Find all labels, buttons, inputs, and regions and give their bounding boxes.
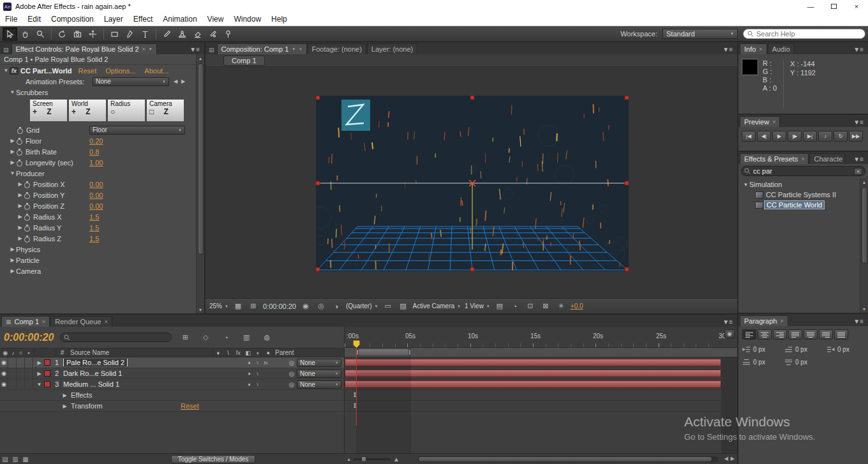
composition-viewport[interactable] xyxy=(206,67,737,298)
scrollbar-thumb[interactable] xyxy=(418,456,712,462)
transform-reset-link[interactable]: Reset xyxy=(181,402,199,410)
menu-edit[interactable]: Edit xyxy=(22,13,46,26)
eye-icon[interactable]: ◉ xyxy=(1,370,6,377)
parent-pickwhip-icon[interactable]: ◎ xyxy=(287,381,297,388)
twirl-right-icon[interactable]: ▶ xyxy=(9,268,16,274)
property-value[interactable]: 1.00 xyxy=(89,159,103,167)
tab-composition[interactable]: Composition: Comp 1 ▼ × xyxy=(217,43,307,54)
previous-frame-button[interactable]: ◀| xyxy=(757,131,771,142)
menu-window[interactable]: Window xyxy=(228,13,266,26)
puppet-pin-tool-icon[interactable] xyxy=(221,27,236,41)
eraser-tool-icon[interactable] xyxy=(190,27,205,41)
first-line-indent-field[interactable]: 0 px xyxy=(784,346,827,353)
current-time-display[interactable]: 0:00:00:20 xyxy=(4,332,54,343)
draft-3d-icon[interactable]: ◇ xyxy=(198,333,213,341)
menu-layer[interactable]: Layer xyxy=(99,13,128,26)
fx-enable-icon[interactable]: fx xyxy=(10,67,19,75)
hide-shy-layers-icon[interactable]: ◔ xyxy=(219,334,233,341)
help-search-box[interactable] xyxy=(743,29,865,39)
justify-all-button[interactable] xyxy=(834,329,848,340)
animation-presets-dropdown[interactable]: None▼ xyxy=(93,77,169,86)
tab-effect-controls[interactable]: Effect Controls: Pale Royal Blue Solid 2… xyxy=(11,43,157,54)
panel-grip-icon[interactable]: ▤ xyxy=(1,47,11,54)
property-value[interactable]: 0.00 xyxy=(89,181,103,188)
workspace-dropdown[interactable]: Standard▼ xyxy=(662,29,738,39)
expand-inout-icon[interactable]: ▦ xyxy=(20,456,31,463)
timeline-search-box[interactable] xyxy=(60,333,172,342)
justify-last-right-button[interactable] xyxy=(819,329,833,340)
switches-column-header[interactable]: ♦ \ fx ◧ ◐ ● xyxy=(213,348,274,357)
lock-toggle[interactable] xyxy=(25,357,33,368)
radius-scrubber-button[interactable]: Radius ○ xyxy=(107,99,146,122)
preset-next-icon[interactable]: ▶ xyxy=(181,79,185,84)
align-left-button[interactable] xyxy=(742,329,756,340)
pixel-aspect-icon[interactable]: ▤ xyxy=(494,302,505,310)
exposure-reset-icon[interactable]: ✳ xyxy=(555,302,567,310)
twirl-right-icon[interactable]: ▶ xyxy=(36,360,43,366)
stopwatch-icon[interactable] xyxy=(17,126,24,134)
audio-toggle[interactable] xyxy=(8,379,17,389)
comp-canvas[interactable] xyxy=(316,96,629,271)
close-icon[interactable]: × xyxy=(299,46,302,52)
panel-grip-icon[interactable]: ▤ xyxy=(207,47,216,54)
zoom-in-mountain-icon[interactable]: ▲ xyxy=(393,456,400,463)
clear-search-icon[interactable]: × xyxy=(854,168,862,175)
layer-color-chip[interactable] xyxy=(44,381,50,387)
panel-menu-icon[interactable]: ▼≡ xyxy=(719,46,736,54)
quality-switch[interactable]: ♦ xyxy=(245,360,253,366)
close-icon[interactable]: × xyxy=(104,318,107,325)
effects-switch[interactable]: \ xyxy=(253,382,262,387)
timeline-horizontal-scrollbar[interactable] xyxy=(418,456,718,462)
twirl-right-icon[interactable]: ▶ xyxy=(17,214,24,220)
twirl-down-icon[interactable]: ▼ xyxy=(36,382,43,387)
screen-scrubber-button[interactable]: Screen + Z xyxy=(29,99,68,122)
stopwatch-icon[interactable] xyxy=(16,159,24,167)
layer-color-chip[interactable] xyxy=(44,359,50,366)
minimize-button[interactable]: — xyxy=(799,0,822,13)
preset-prev-icon[interactable]: ◀ xyxy=(174,79,177,84)
current-time-indicator-line[interactable] xyxy=(356,340,357,426)
panel-menu-icon[interactable]: ▼≡ xyxy=(850,119,867,127)
effect-item-particle-world[interactable]: CC Particle World xyxy=(738,200,860,210)
show-snapshot-icon[interactable]: ◎ xyxy=(315,302,327,310)
physics-group-row[interactable]: ▶ Physics xyxy=(0,244,196,255)
world-scrubber-button[interactable]: World + Z xyxy=(68,99,107,122)
twirl-right-icon[interactable]: ▶ xyxy=(9,257,16,263)
tab-layer[interactable]: Layer: (none) xyxy=(367,43,417,54)
justify-last-center-button[interactable] xyxy=(804,329,818,340)
stopwatch-icon[interactable] xyxy=(24,191,31,199)
menu-help[interactable]: Help xyxy=(266,13,292,26)
view-layout-dropdown[interactable]: 1 View▼ xyxy=(465,303,490,310)
close-icon[interactable]: × xyxy=(780,318,783,324)
longevity-property-row[interactable]: ▶ Longevity (sec) 1.00 xyxy=(0,157,196,168)
stopwatch-icon[interactable] xyxy=(24,224,31,232)
roto-brush-tool-icon[interactable] xyxy=(206,27,220,41)
first-frame-button[interactable]: |◀ xyxy=(742,131,756,142)
effect-about-link[interactable]: About... xyxy=(144,67,168,75)
grid-guides-icon[interactable]: ▦ xyxy=(232,302,244,310)
floor-property-row[interactable]: ▶ Floor 0.20 xyxy=(0,135,196,146)
tab-audio[interactable]: Audio xyxy=(768,43,795,54)
quality-switch[interactable]: ♦ xyxy=(245,382,253,387)
pan-behind-tool-icon[interactable] xyxy=(86,27,100,41)
rotation-tool-icon[interactable] xyxy=(55,27,70,41)
stopwatch-icon[interactable] xyxy=(16,148,24,156)
scroll-up-icon[interactable]: ▲ xyxy=(198,54,203,62)
tab-timeline-comp1[interactable]: ▦ Comp 1 × xyxy=(1,316,50,327)
menu-file[interactable]: File xyxy=(0,13,22,26)
birth-rate-property-row[interactable]: ▶ Birth Rate 0.8 xyxy=(0,146,196,157)
camera-tool-icon[interactable] xyxy=(70,27,85,41)
layer-row-1[interactable]: ◉ ▶ 1 Pale Ro...e Solid 2 ♦ \ fx xyxy=(0,357,344,368)
brush-tool-icon[interactable] xyxy=(160,27,174,41)
help-search-input[interactable] xyxy=(756,30,852,38)
lock-toggle[interactable] xyxy=(25,368,33,378)
scroll-left-icon[interactable]: ◀ xyxy=(724,456,728,461)
twirl-down-icon[interactable]: ▼ xyxy=(742,182,749,188)
stopwatch-icon[interactable] xyxy=(24,235,31,243)
tab-character[interactable]: Characte xyxy=(809,153,845,164)
layer-row-3[interactable]: ◉ ▼ 3 Medium ... Solid 1 ♦ \ xyxy=(0,379,344,390)
tab-footage[interactable]: Footage: (none) xyxy=(308,43,366,54)
next-frame-button[interactable]: |▶ xyxy=(788,131,802,142)
twirl-right-icon[interactable]: ▶ xyxy=(17,181,24,187)
motion-blur-icon[interactable]: ◍ xyxy=(260,333,274,341)
